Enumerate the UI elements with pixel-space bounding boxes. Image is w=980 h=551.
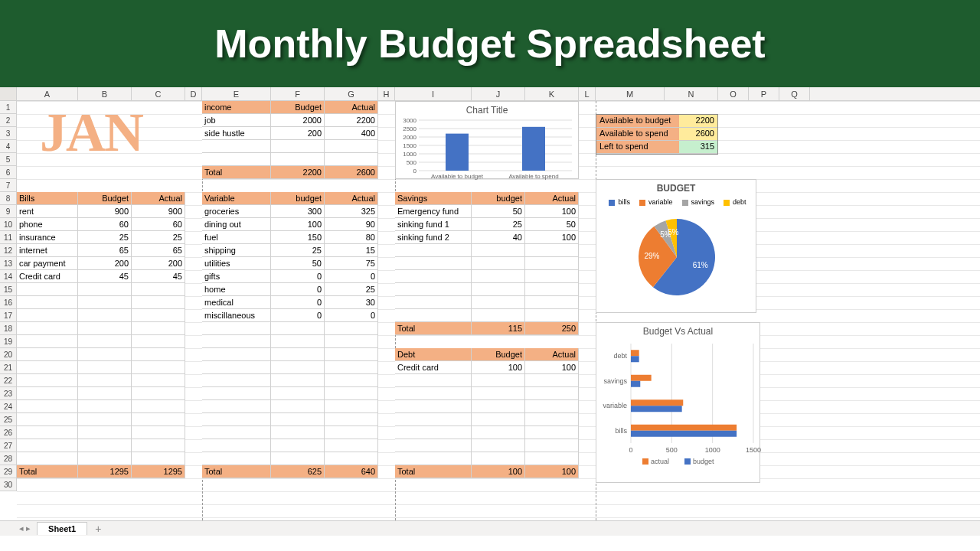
cell[interactable] xyxy=(271,361,325,374)
cell[interactable] xyxy=(472,374,525,387)
cell[interactable] xyxy=(78,400,132,413)
cell[interactable]: Total xyxy=(202,166,271,179)
cell[interactable] xyxy=(472,452,525,465)
cell[interactable] xyxy=(17,413,78,426)
cell[interactable]: budget xyxy=(472,192,525,205)
cell[interactable] xyxy=(78,361,132,374)
cell[interactable]: 625 xyxy=(271,465,325,478)
cell[interactable]: budget xyxy=(271,192,325,205)
col-header[interactable]: L xyxy=(579,87,596,100)
cell[interactable] xyxy=(525,309,579,322)
row-header[interactable]: 17 xyxy=(0,309,17,322)
cell[interactable] xyxy=(78,283,132,296)
cell[interactable] xyxy=(17,322,78,335)
cell[interactable] xyxy=(202,140,271,153)
sheet-tab[interactable]: Sheet1 xyxy=(37,522,87,535)
row-header[interactable]: 24 xyxy=(0,400,17,413)
cell[interactable] xyxy=(325,452,378,465)
cell[interactable]: fuel xyxy=(202,231,271,244)
cell[interactable] xyxy=(525,374,579,387)
cell[interactable]: dining out xyxy=(202,218,271,231)
cell[interactable] xyxy=(132,296,185,309)
row-header[interactable]: 19 xyxy=(0,335,17,348)
cell[interactable] xyxy=(271,413,325,426)
cell[interactable] xyxy=(325,439,378,452)
cell[interactable]: Budget xyxy=(271,101,325,114)
cell[interactable]: 65 xyxy=(78,244,132,257)
col-header[interactable]: M xyxy=(596,87,665,100)
cell[interactable] xyxy=(271,374,325,387)
cell[interactable]: 100 xyxy=(472,361,525,374)
cell[interactable]: Budget xyxy=(472,348,525,361)
cell[interactable] xyxy=(132,322,185,335)
col-header[interactable]: Q xyxy=(779,87,810,100)
cell[interactable] xyxy=(325,413,378,426)
cell-grid[interactable]: JAN BillsBudgetActualrent900900phone6060… xyxy=(17,101,980,520)
cell[interactable]: 2200 xyxy=(271,166,325,179)
cell[interactable]: Bills xyxy=(17,192,78,205)
cell[interactable] xyxy=(78,374,132,387)
cell[interactable] xyxy=(17,361,78,374)
cell[interactable]: utilities xyxy=(202,257,271,270)
cell[interactable]: Savings xyxy=(395,192,472,205)
cell[interactable] xyxy=(395,387,472,400)
cell[interactable]: 200 xyxy=(271,127,325,140)
cell[interactable] xyxy=(202,413,271,426)
col-header[interactable]: P xyxy=(749,87,779,100)
cell[interactable]: 0 xyxy=(325,309,378,322)
cell[interactable]: 15 xyxy=(325,244,378,257)
cell[interactable]: Credit card payment xyxy=(17,270,78,283)
cell[interactable] xyxy=(78,322,132,335)
row-header[interactable]: 15 xyxy=(0,283,17,296)
cell[interactable] xyxy=(202,335,271,348)
cell[interactable]: job xyxy=(202,114,271,127)
cell[interactable] xyxy=(202,374,271,387)
cell[interactable]: Total xyxy=(202,465,271,478)
cell[interactable]: Total xyxy=(395,465,472,478)
row-header[interactable]: 14 xyxy=(0,270,17,283)
cell[interactable] xyxy=(395,452,472,465)
cell[interactable] xyxy=(202,400,271,413)
cell[interactable] xyxy=(325,153,378,166)
cell[interactable] xyxy=(17,296,78,309)
row-header[interactable]: 18 xyxy=(0,322,17,335)
cell[interactable] xyxy=(395,270,472,283)
row-header[interactable]: 16 xyxy=(0,296,17,309)
cell[interactable]: 25 xyxy=(271,244,325,257)
cell[interactable]: 25 xyxy=(472,218,525,231)
cell[interactable]: sinking fund 2 xyxy=(395,231,472,244)
cell[interactable] xyxy=(202,387,271,400)
row-header[interactable]: 28 xyxy=(0,452,17,465)
cell[interactable] xyxy=(525,387,579,400)
cell[interactable] xyxy=(395,309,472,322)
cell[interactable]: Variable xyxy=(202,192,271,205)
cell[interactable]: 400 xyxy=(325,127,378,140)
cell[interactable] xyxy=(325,426,378,439)
cell[interactable] xyxy=(271,153,325,166)
col-header[interactable]: I xyxy=(395,87,472,100)
cell[interactable] xyxy=(17,452,78,465)
cell[interactable]: Emergency fund xyxy=(395,205,472,218)
cell[interactable]: 60 xyxy=(78,218,132,231)
row-header[interactable]: 10 xyxy=(0,218,17,231)
cell[interactable] xyxy=(132,413,185,426)
cell[interactable] xyxy=(525,257,579,270)
cell[interactable]: Actual xyxy=(525,192,579,205)
cell[interactable]: 45 xyxy=(78,270,132,283)
cell[interactable] xyxy=(132,439,185,452)
cell[interactable] xyxy=(325,322,378,335)
cell[interactable]: Actual xyxy=(325,192,378,205)
cell[interactable] xyxy=(78,348,132,361)
cell[interactable] xyxy=(202,361,271,374)
cell[interactable] xyxy=(78,335,132,348)
cell[interactable] xyxy=(472,296,525,309)
col-header[interactable]: A xyxy=(17,87,78,100)
cell[interactable] xyxy=(271,335,325,348)
cell[interactable] xyxy=(525,452,579,465)
cell[interactable]: 40 xyxy=(472,231,525,244)
cell[interactable]: Total xyxy=(395,322,472,335)
cell[interactable]: 0 xyxy=(271,270,325,283)
cell[interactable]: 100 xyxy=(525,465,579,478)
cell[interactable] xyxy=(525,244,579,257)
cell[interactable] xyxy=(395,257,472,270)
